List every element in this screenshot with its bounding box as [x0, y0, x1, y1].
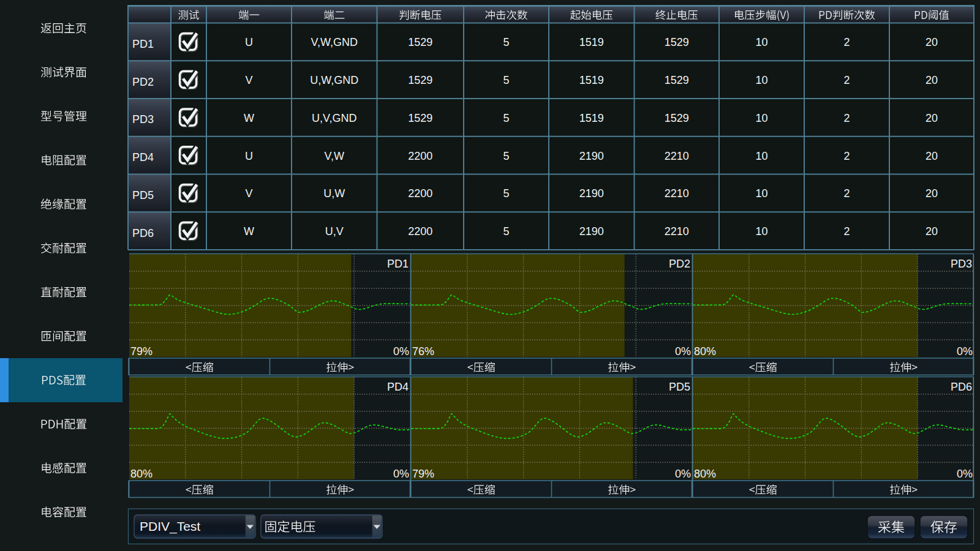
- svg-text:1529: 1529: [408, 112, 432, 124]
- svg-text:20: 20: [925, 112, 938, 124]
- svg-text:0%: 0%: [393, 468, 409, 480]
- svg-text:PD2: PD2: [132, 76, 154, 88]
- svg-text:1529: 1529: [665, 36, 689, 48]
- svg-text:PD3: PD3: [132, 113, 154, 126]
- svg-text:1529: 1529: [665, 112, 689, 124]
- svg-text:80%: 80%: [694, 468, 716, 480]
- svg-text:2: 2: [843, 112, 850, 124]
- svg-text:1529: 1529: [665, 74, 689, 86]
- svg-text:2200: 2200: [408, 187, 432, 200]
- svg-text:2200: 2200: [408, 150, 432, 162]
- svg-text:U,V: U,V: [325, 225, 344, 238]
- svg-text:1529: 1529: [408, 74, 432, 86]
- svg-text:5: 5: [503, 74, 509, 86]
- svg-text:PD5: PD5: [669, 381, 690, 393]
- svg-text:5: 5: [503, 225, 509, 238]
- svg-text:20: 20: [925, 150, 938, 162]
- svg-text:10: 10: [755, 225, 767, 238]
- svg-text:PD5: PD5: [132, 189, 154, 201]
- svg-text:10: 10: [755, 36, 767, 48]
- svg-text:10: 10: [755, 112, 767, 124]
- svg-text:1529: 1529: [408, 36, 432, 48]
- svg-text:5: 5: [503, 150, 509, 162]
- svg-text:PD3: PD3: [951, 258, 972, 270]
- svg-text:0%: 0%: [675, 345, 691, 358]
- svg-text:W: W: [244, 225, 254, 238]
- svg-text:20: 20: [925, 187, 938, 200]
- svg-text:0%: 0%: [957, 468, 973, 480]
- svg-text:10: 10: [755, 150, 767, 162]
- svg-text:U: U: [245, 36, 253, 48]
- svg-text:V: V: [245, 187, 252, 200]
- svg-text:10: 10: [755, 187, 767, 200]
- svg-text:U,V,GND: U,V,GND: [312, 112, 356, 124]
- svg-text:1519: 1519: [579, 112, 604, 124]
- svg-text:2190: 2190: [579, 225, 604, 238]
- svg-text:2210: 2210: [665, 225, 689, 238]
- svg-text:U,W: U,W: [323, 187, 345, 200]
- svg-text:5: 5: [503, 112, 509, 124]
- svg-text:0%: 0%: [675, 468, 691, 480]
- svg-text:PD6: PD6: [132, 227, 154, 239]
- svg-text:2210: 2210: [665, 187, 689, 200]
- svg-text:PD4: PD4: [387, 381, 409, 393]
- svg-text:U: U: [245, 150, 253, 162]
- svg-text:V,W: V,W: [325, 150, 344, 162]
- svg-text:U,W,GND: U,W,GND: [310, 74, 358, 86]
- svg-text:2190: 2190: [579, 187, 604, 200]
- svg-text:PD4: PD4: [132, 151, 154, 163]
- svg-text:20: 20: [925, 36, 938, 48]
- svg-text:20: 20: [925, 74, 938, 86]
- svg-text:79%: 79%: [412, 468, 434, 480]
- svg-text:PD6: PD6: [951, 381, 972, 393]
- svg-text:PDIV_Test: PDIV_Test: [140, 519, 200, 534]
- svg-text:PD2: PD2: [669, 258, 690, 270]
- svg-text:V: V: [245, 74, 252, 86]
- svg-text:V,W,GND: V,W,GND: [311, 36, 358, 48]
- svg-text:20: 20: [925, 225, 938, 238]
- svg-text:2: 2: [843, 187, 850, 200]
- svg-text:80%: 80%: [130, 468, 153, 480]
- svg-text:80%: 80%: [694, 345, 716, 358]
- svg-text:2: 2: [843, 225, 850, 238]
- svg-text:2: 2: [843, 74, 850, 86]
- svg-text:2: 2: [843, 150, 850, 162]
- svg-text:2: 2: [843, 36, 850, 48]
- svg-text:2190: 2190: [579, 150, 604, 162]
- svg-text:PD1: PD1: [132, 38, 154, 50]
- svg-text:W: W: [244, 112, 254, 124]
- svg-text:5: 5: [503, 187, 509, 200]
- svg-text:76%: 76%: [412, 345, 434, 358]
- svg-text:2210: 2210: [665, 150, 689, 162]
- svg-text:1519: 1519: [579, 36, 604, 48]
- svg-text:1519: 1519: [579, 74, 604, 86]
- svg-text:0%: 0%: [957, 345, 973, 358]
- svg-text:79%: 79%: [130, 345, 153, 358]
- svg-text:PD1: PD1: [387, 258, 409, 270]
- svg-text:2200: 2200: [408, 225, 432, 238]
- svg-text:10: 10: [755, 74, 767, 86]
- svg-text:5: 5: [503, 36, 509, 48]
- svg-text:0%: 0%: [393, 345, 409, 358]
